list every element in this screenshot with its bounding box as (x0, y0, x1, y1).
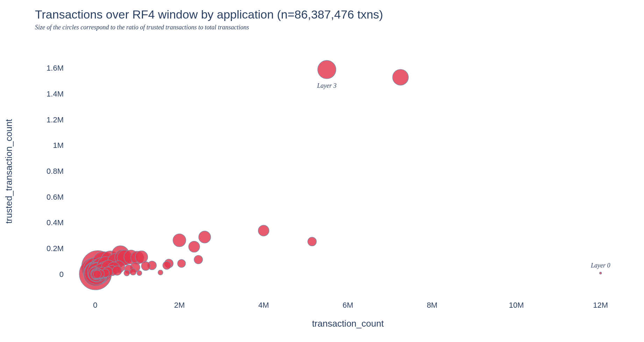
data-bubble[interactable] (194, 255, 202, 264)
data-bubble[interactable] (135, 251, 148, 263)
data-bubble[interactable] (258, 225, 269, 236)
data-bubble[interactable] (124, 270, 130, 276)
y-axis-label: trusted_transaction_count (3, 49, 17, 294)
data-bubble[interactable] (141, 262, 150, 270)
chart-title: Transactions over RF4 window by applicat… (35, 8, 383, 21)
y-tick-label: 1.2M (22, 115, 64, 124)
y-tick-label: 1.6M (22, 64, 64, 73)
x-tick-label: 2M (165, 301, 193, 310)
x-tick-label: 0 (81, 301, 109, 310)
x-tick-label: 6M (334, 301, 362, 310)
annotation-label: Layer 0 (591, 262, 610, 269)
y-tick-label: 0.4M (22, 218, 64, 227)
x-tick-label: 8M (418, 301, 446, 310)
plot-area[interactable] (70, 49, 626, 294)
data-bubble[interactable] (158, 270, 163, 275)
y-tick-label: 1M (22, 141, 64, 150)
data-bubble[interactable] (130, 269, 136, 275)
data-bubble[interactable] (318, 60, 336, 79)
data-bubble[interactable] (163, 261, 171, 269)
x-tick-label: 12M (587, 301, 615, 310)
x-axis-label: transaction_count (70, 318, 626, 329)
y-tick-label: 0.6M (22, 193, 64, 202)
data-bubble[interactable] (112, 266, 122, 275)
data-bubble[interactable] (93, 270, 101, 278)
y-tick-label: 1.4M (22, 90, 64, 99)
chart-subtitle: Size of the circles correspond to the ra… (35, 24, 249, 31)
y-tick-label: 0.8M (22, 167, 64, 176)
data-bubble[interactable] (308, 237, 316, 246)
annotation-label: Layer 3 (317, 82, 337, 90)
data-bubble[interactable] (600, 272, 602, 274)
data-bubble[interactable] (173, 234, 186, 247)
x-tick-label: 4M (250, 301, 278, 310)
y-tick-label: 0 (22, 270, 64, 279)
data-bubble[interactable] (137, 271, 142, 276)
data-bubble[interactable] (189, 241, 200, 252)
y-tick-label: 0.2M (22, 244, 64, 253)
data-bubble[interactable] (393, 69, 408, 85)
x-tick-label: 10M (502, 301, 530, 310)
data-bubble[interactable] (178, 259, 186, 268)
data-bubble[interactable] (199, 231, 210, 243)
chart-container: Transactions over RF4 window by applicat… (0, 0, 644, 342)
